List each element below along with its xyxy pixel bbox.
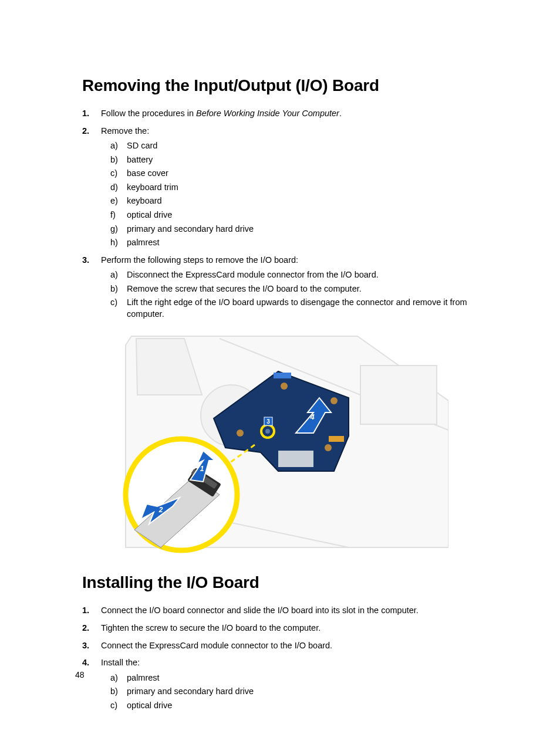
document-page: Removing the Input/Output (I/O) Board Fo… — [0, 0, 560, 744]
install-step-1: Connect the I/O board connector and slid… — [82, 605, 490, 617]
figure-svg: 3 4 1 — [102, 330, 448, 559]
sub-item: keyboard — [101, 195, 490, 207]
svg-point-9 — [325, 444, 332, 451]
svg-text:4: 4 — [309, 412, 315, 421]
heading-installing-io: Installing the I/O Board — [82, 573, 490, 592]
svg-point-15 — [265, 429, 270, 434]
detail-circle: 1 2 — [126, 439, 237, 550]
step-3-text: Perform the following steps to remove th… — [101, 255, 298, 265]
step-1-text-a: Follow the procedures in — [101, 109, 196, 118]
svg-text:2: 2 — [158, 506, 163, 514]
svg-rect-12 — [329, 436, 344, 442]
install-step-4-sublist: palmrest primary and secondary hard driv… — [101, 672, 490, 712]
svg-point-8 — [330, 397, 338, 404]
step-1-text-c: . — [339, 109, 342, 118]
sub-item: Lift the right edge of the I/O board upw… — [101, 297, 490, 320]
svg-point-7 — [281, 383, 288, 390]
step-2-sublist: SD card battery base cover keyboard trim… — [101, 140, 490, 249]
sub-item: keyboard trim — [101, 182, 490, 194]
io-board-figure: 3 4 1 — [102, 330, 448, 559]
page-number: 48 — [75, 670, 85, 679]
step-3: Perform the following steps to remove th… — [82, 255, 490, 320]
step-2-text: Remove the: — [101, 126, 149, 136]
step-1: Follow the procedures in Before Working … — [82, 108, 490, 120]
svg-text:1: 1 — [200, 465, 204, 473]
sub-item: base cover — [101, 168, 490, 180]
sub-item: palmrest — [101, 672, 490, 684]
sub-item: primary and secondary hard drive — [101, 224, 490, 235]
install-step-2: Tighten the screw to secure the I/O boar… — [82, 623, 490, 634]
svg-text:3: 3 — [266, 418, 270, 425]
removing-steps: Follow the procedures in Before Working … — [82, 108, 490, 320]
sub-item: battery — [101, 154, 490, 166]
svg-rect-4 — [360, 366, 437, 424]
sub-item: Disconnect the ExpressCard module connec… — [101, 269, 490, 281]
sub-item: optical drive — [101, 209, 490, 221]
step-2: Remove the: SD card battery base cover k… — [82, 126, 490, 249]
installing-steps: Connect the I/O board connector and slid… — [82, 605, 490, 711]
install-step-4-text: Install the: — [101, 658, 140, 667]
svg-point-10 — [237, 430, 244, 437]
sub-item: primary and secondary hard drive — [101, 686, 490, 698]
svg-rect-11 — [278, 451, 313, 467]
sub-item: Remove the screw that secures the I/O bo… — [101, 283, 490, 295]
install-step-3: Connect the ExpressCard module connector… — [82, 640, 490, 652]
svg-rect-13 — [274, 373, 291, 378]
sub-item: SD card — [101, 140, 490, 152]
step-3-sublist: Disconnect the ExpressCard module connec… — [101, 269, 490, 320]
step-1-text-b: Before Working Inside Your Computer — [196, 109, 339, 118]
heading-removing-io: Removing the Input/Output (I/O) Board — [82, 76, 490, 95]
install-step-4: Install the: palmrest primary and second… — [82, 657, 490, 711]
sub-item: palmrest — [101, 237, 490, 249]
sub-item: optical drive — [101, 700, 490, 712]
